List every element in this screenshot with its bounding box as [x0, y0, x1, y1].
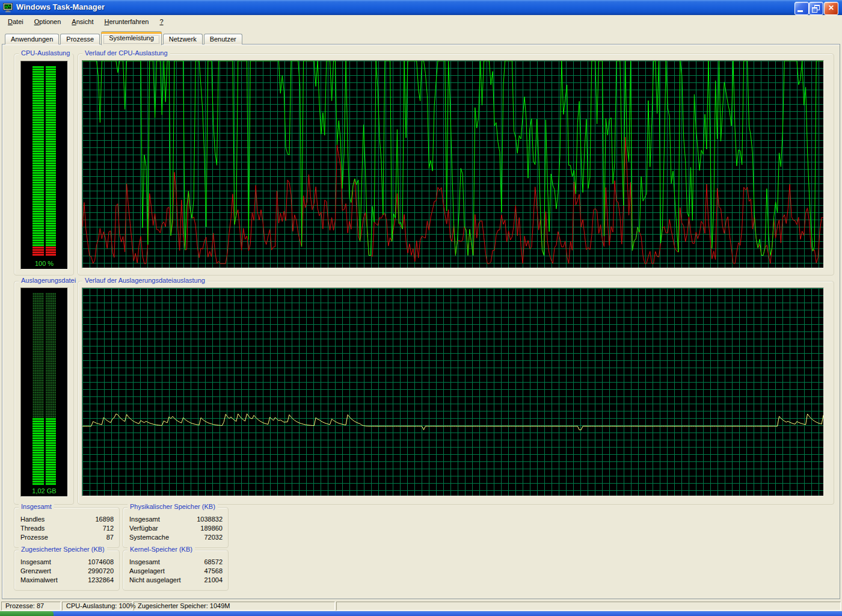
stat-row: Prozesse87 [20, 533, 114, 542]
cpu-history-graph [82, 60, 824, 268]
pagefile-led-lit-segment [32, 418, 56, 485]
stat-value: 2990720 [88, 567, 114, 576]
menu-item-ansicht[interactable]: Ansicht [66, 16, 99, 27]
group-pagefile-gauge-title: Auslagerungsdatei [19, 277, 78, 284]
group-kernel-memory-title: Kernel-Speicher (KB) [128, 546, 195, 553]
stat-row: Insgesamt68572 [129, 558, 223, 567]
stat-label: Grenzwert [20, 567, 51, 576]
menu-item-herunterfahren[interactable]: Herunterfahren [99, 16, 154, 27]
group-physical-memory-title: Physikalischer Speicher (KB) [128, 503, 218, 510]
stat-row: Grenzwert2990720 [20, 567, 114, 576]
status-commit-charge: Zugesicherter Speicher: 1049M [134, 602, 335, 611]
cpu-led-bar [32, 66, 56, 256]
group-kernel-memory: Kernel-Speicher (KB) Insgesamt68572 Ausg… [123, 550, 229, 591]
group-commit-charge: Zugesicherter Speicher (KB) Insgesamt107… [14, 550, 120, 591]
group-commit-charge-title: Zugesicherter Speicher (KB) [19, 546, 107, 553]
stat-label: Systemcache [129, 533, 169, 542]
group-physical-memory: Physikalischer Speicher (KB) Insgesamt10… [123, 507, 229, 548]
group-pagefile-history-title: Verlauf der Auslagerungsdateiauslastung [82, 277, 207, 284]
tab-strip: Anwendungen Prozesse Systemleistung Netz… [5, 31, 244, 45]
group-totals: Insgesamt Handles16898 Threads712 Prozes… [14, 507, 120, 548]
stat-value: 16898 [95, 515, 114, 524]
stat-row: Threads712 [20, 524, 114, 533]
stat-value: 712 [103, 524, 114, 533]
stat-label: Verfügbar [129, 524, 158, 533]
stat-label: Prozesse [20, 533, 48, 542]
stat-value: 47568 [204, 567, 223, 576]
cpu-led-kernel-segment [32, 247, 56, 256]
stat-row: Ausgelagert47568 [129, 567, 223, 576]
menu-bar: Datei Optionen Ansicht Herunterfahren ? [0, 15, 842, 28]
tab-anwendungen[interactable]: Anwendungen [5, 34, 59, 45]
pagefile-gauge: 1,02 GB [20, 288, 68, 497]
status-processes: Prozesse: 87 [1, 602, 61, 611]
title-bar[interactable]: Windows Task-Manager [0, 0, 842, 15]
performance-tab-page: CPU-Auslastung Verlauf der CPU-Auslastun… [2, 44, 840, 599]
stat-row: Nicht ausgelagert21004 [129, 576, 223, 585]
window-title: Windows Task-Manager [16, 0, 105, 14]
stat-value: 189860 [200, 524, 223, 533]
cpu-usage-line [82, 61, 823, 255]
status-bar: Prozesse: 87 CPU-Auslastung: 100% Zugesi… [0, 600, 842, 611]
stat-label: Ausgelagert [129, 567, 165, 576]
pagefile-history-graph [82, 288, 824, 496]
stat-label: Threads [20, 524, 45, 533]
stat-value: 72032 [204, 533, 223, 542]
status-empty-panel [336, 602, 841, 611]
menu-item-hilfe[interactable]: ? [154, 16, 168, 27]
pagefile-usage-value: 1,02 GB [21, 487, 67, 494]
group-cpu-history-title: Verlauf der CPU-Auslastung [82, 49, 170, 57]
tab-netzwerk[interactable]: Netzwerk [163, 34, 203, 45]
task-manager-icon [3, 2, 13, 13]
tab-systemleistung[interactable]: Systemleistung [101, 31, 162, 45]
stat-row: Systemcache72032 [129, 533, 223, 542]
group-totals-title: Insgesamt [19, 503, 54, 510]
stat-value: 1074608 [88, 558, 114, 567]
stat-value: 1038832 [197, 515, 223, 524]
tab-benutzer[interactable]: Benutzer [204, 34, 242, 45]
stat-value: 68572 [204, 558, 223, 567]
stat-label: Insgesamt [129, 558, 160, 567]
stat-value: 21004 [204, 576, 223, 585]
stat-label: Handles [20, 515, 45, 524]
minimize-button[interactable] [794, 2, 809, 15]
stat-value: 87 [106, 533, 114, 542]
pagefile-usage-line [82, 414, 823, 430]
cpu-led-user-segment [32, 66, 56, 247]
stat-row: Maximalwert1232864 [20, 576, 114, 585]
cpu-usage-gauge: 100 % [20, 61, 68, 270]
stat-row: Insgesamt1074608 [20, 558, 114, 567]
stat-label: Maximalwert [20, 576, 58, 585]
menu-item-datei[interactable]: Datei [2, 16, 29, 27]
task-manager-window: Windows Task-Manager Datei Optionen Ansi… [0, 0, 842, 616]
status-cpu-usage: CPU-Auslastung: 100% [62, 602, 132, 611]
menu-item-optionen[interactable]: Optionen [29, 16, 67, 27]
pagefile-led-unlit-segment [32, 293, 56, 418]
close-button[interactable] [824, 2, 838, 15]
restore-button[interactable] [809, 2, 823, 15]
cpu-usage-value: 100 % [21, 260, 67, 267]
stat-row: Verfügbar189860 [129, 524, 223, 533]
group-cpu-gauge-title: CPU-Auslastung [19, 49, 72, 57]
stat-row: Insgesamt1038832 [129, 515, 223, 524]
pagefile-led-bar [32, 293, 56, 485]
start-button[interactable] [0, 611, 54, 616]
stat-label: Insgesamt [20, 558, 51, 567]
stat-row: Handles16898 [20, 515, 114, 524]
tab-prozesse[interactable]: Prozesse [60, 34, 100, 45]
taskbar[interactable] [0, 611, 842, 616]
stat-label: Insgesamt [129, 515, 160, 524]
stat-value: 1232864 [88, 576, 114, 585]
stat-label: Nicht ausgelagert [129, 576, 181, 585]
